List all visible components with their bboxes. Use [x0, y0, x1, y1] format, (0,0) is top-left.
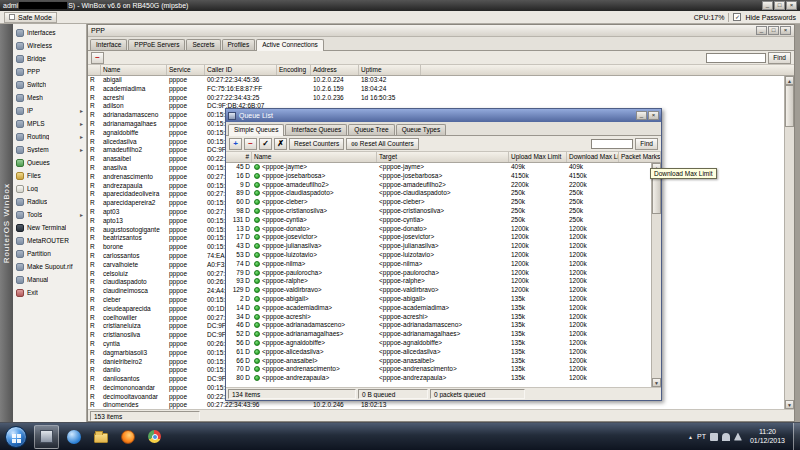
reset-all-counters-button[interactable]: 00 Reset All Counters [346, 138, 419, 150]
volume-icon[interactable] [722, 433, 730, 441]
queue-tab-queue-tree[interactable]: Queue Tree [348, 124, 394, 135]
sidebar-item-mpls[interactable]: MPLS▸ [13, 117, 86, 130]
queue-row[interactable]: 79 D<pppoe-paulorocha><pppoe-paulorocha>… [226, 269, 651, 278]
start-button[interactable] [5, 426, 27, 448]
sidebar-item-make-supout-rif[interactable]: Make Supout.rif [13, 260, 86, 273]
queue-col-upload-max-limit[interactable]: Upload Max Limit [509, 152, 567, 162]
ppp-scroll-thumb[interactable] [785, 85, 794, 127]
network-icon[interactable] [710, 433, 718, 441]
ppp-row[interactable]: Rdinomendespppoe00:27:22:34:43:9610.2.0.… [88, 401, 784, 409]
sidebar-item-system[interactable]: System▸ [13, 143, 86, 156]
queue-col-target[interactable]: Target [377, 152, 509, 162]
sidebar-item-radius[interactable]: Radius [13, 195, 86, 208]
queue-col-packet-marks[interactable]: Packet Marks [619, 152, 661, 162]
queue-close-button[interactable]: × [648, 111, 659, 120]
sidebar-item-manual[interactable]: Manual [13, 273, 86, 286]
sidebar-item-exit[interactable]: Exit [13, 286, 86, 299]
ppp-col-name[interactable]: Name [101, 65, 167, 75]
ppp-find-input[interactable] [706, 53, 766, 63]
main-titlebar[interactable]: admi S) - WinBox v6.6 on RB450G (mipsbe)… [0, 0, 800, 11]
enable-button[interactable]: ✓ [259, 138, 272, 150]
queue-scrollbar[interactable]: ▲ ▼ [651, 163, 661, 387]
queue-find-button[interactable]: Find [635, 138, 658, 150]
taskbar-chrome-icon[interactable] [142, 425, 167, 449]
sidebar-item-tools[interactable]: Tools▸ [13, 208, 86, 221]
remove-button[interactable]: − [244, 138, 257, 150]
queue-row[interactable]: 2 D<pppoe-abigail><pppoe-abigail>135k120… [226, 295, 651, 304]
sidebar-item-files[interactable]: Files [13, 169, 86, 182]
tray-chevron-icon[interactable]: ▲ [688, 434, 693, 440]
queue-col-download-max-limit[interactable]: Download Max Limit [567, 152, 619, 162]
sidebar-item-new-terminal[interactable]: New Terminal [13, 221, 86, 234]
sidebar-item-metarouter[interactable]: MetaROUTER [13, 234, 86, 247]
close-button[interactable]: × [786, 1, 797, 10]
ppp-col-address[interactable]: Address [311, 65, 359, 75]
ppp-col-encoding[interactable]: Encoding [277, 65, 311, 75]
ppp-maximize-button[interactable]: □ [768, 26, 779, 35]
sidebar-item-queues[interactable]: Queues [13, 156, 86, 169]
taskbar-folder-icon[interactable] [88, 425, 113, 449]
disable-button[interactable]: ✗ [274, 138, 287, 150]
queue-row[interactable]: 56 D<pppoe-agnaldobiffe><pppoe-agnaldobi… [226, 339, 651, 348]
ppp-close-button[interactable]: × [780, 26, 791, 35]
queue-row[interactable]: 43 D<pppoe-julianasilva><pppoe-julianasi… [226, 242, 651, 251]
ppp-tab-pppoe-servers[interactable]: PPPoE Servers [128, 39, 185, 50]
sidebar-item-ppp[interactable]: PPP [13, 65, 86, 78]
sidebar-item-log[interactable]: Log [13, 182, 86, 195]
queue-row[interactable]: 98 D<pppoe-cristianosilva><pppoe-cristia… [226, 207, 651, 216]
ppp-col-caller-id[interactable]: Caller ID [205, 65, 277, 75]
sidebar-item-routing[interactable]: Routing▸ [13, 130, 86, 143]
ppp-remove-button[interactable]: − [91, 52, 104, 64]
hide-passwords-checkbox[interactable]: ✓ [733, 13, 741, 21]
ppp-row[interactable]: RacademiadimapppoeFC:75:16:E8:87:FF10.2.… [88, 85, 784, 94]
scroll-down-icon[interactable]: ▼ [785, 400, 794, 409]
ppp-col-uptime[interactable]: Uptime [359, 65, 421, 75]
queue-row[interactable]: 66 D<pppoe-anasaibel><pppoe-anasaibel>13… [226, 357, 651, 366]
ppp-col-service[interactable]: Service [167, 65, 205, 75]
scroll-up-icon[interactable]: ▲ [785, 76, 794, 85]
ppp-window-titlebar[interactable]: PPP _ □ × [88, 25, 794, 37]
queue-row[interactable]: 131 D<pppoe-cyntia><pppoe-cyntia>250k250… [226, 216, 651, 225]
taskbar-winbox-icon[interactable] [34, 425, 59, 449]
queue-row[interactable]: 14 D<pppoe-academiadima><pppoe-academiad… [226, 304, 651, 313]
ppp-row[interactable]: Racreshipppoe00:27:22:34:43:2510.2.0.236… [88, 94, 784, 103]
queue-col-[interactable]: # [226, 152, 252, 162]
queue-col-name[interactable]: Name [252, 152, 377, 162]
queue-row[interactable]: 9 D<pppoe-amadeufilho2><pppoe-amadeufilh… [226, 181, 651, 190]
queue-scroll-down-icon[interactable]: ▼ [652, 378, 661, 387]
ppp-minimize-button[interactable]: _ [756, 26, 767, 35]
show-desktop-button[interactable] [793, 423, 800, 450]
safe-mode-button[interactable]: Safe Mode [4, 12, 57, 23]
sidebar-item-bridge[interactable]: Bridge [13, 52, 86, 65]
sidebar-item-mesh[interactable]: Mesh [13, 91, 86, 104]
queue-window-titlebar[interactable]: Queue List _ × [226, 109, 661, 122]
ppp-row[interactable]: Rabigailpppoe00:27:22:34:45:3610.2.0.224… [88, 76, 784, 85]
queue-row[interactable]: 74 D<pppoe-nilma><pppoe-nilma>1200k1200k [226, 260, 651, 269]
queue-row[interactable]: 13 D<pppoe-donato><pppoe-donato>1200k120… [226, 225, 651, 234]
queue-row[interactable]: 60 D<pppoe-cleber><pppoe-cleber>250k250k [226, 198, 651, 207]
queue-row[interactable]: 16 D<pppoe-josebarbosa><pppoe-josebarbos… [226, 172, 651, 181]
queue-row[interactable]: 53 D<pppoe-luizotavio><pppoe-luizotavio>… [226, 251, 651, 260]
sidebar-item-ip[interactable]: IP▸ [13, 104, 86, 117]
reset-counters-button[interactable]: Reset Counters [289, 138, 344, 150]
queue-tab-simple-queues[interactable]: Simple Queues [228, 124, 284, 136]
queue-tab-interface-queues[interactable]: Interface Queues [285, 124, 347, 135]
language-indicator[interactable]: PT [697, 433, 706, 440]
minimize-button[interactable]: _ [762, 1, 773, 10]
queue-row[interactable]: 80 D<pppoe-andrezapaula><pppoe-andrezapa… [226, 374, 651, 383]
queue-row[interactable]: 46 D<pppoe-adrianadamasceno><pppoe-adria… [226, 321, 651, 330]
queue-tab-queue-types[interactable]: Queue Types [396, 124, 447, 135]
ppp-scrollbar[interactable]: ▲ ▼ [784, 76, 794, 409]
queue-row[interactable]: 70 D<pppoe-andrenascimento><pppoe-andren… [226, 365, 651, 374]
sidebar-item-partition[interactable]: Partition [13, 247, 86, 260]
queue-row[interactable]: 89 D<pppoe-claudiaspadoto><pppoe-claudia… [226, 189, 651, 198]
ppp-tab-secrets[interactable]: Secrets [186, 39, 220, 50]
sidebar-item-wireless[interactable]: Wireless [13, 39, 86, 52]
queue-row[interactable]: 45 D<pppoe-jayme><pppoe-jayme>409k409k [226, 163, 651, 172]
queue-find-input[interactable] [591, 139, 633, 149]
ppp-tab-profiles[interactable]: Profiles [222, 39, 256, 50]
queue-row[interactable]: 61 D<pppoe-alicedasilva><pppoe-alicedasi… [226, 348, 651, 357]
action-center-icon[interactable] [734, 433, 742, 441]
ppp-tab-active-connections[interactable]: Active Connections [256, 39, 324, 51]
queue-minimize-button[interactable]: _ [636, 111, 647, 120]
